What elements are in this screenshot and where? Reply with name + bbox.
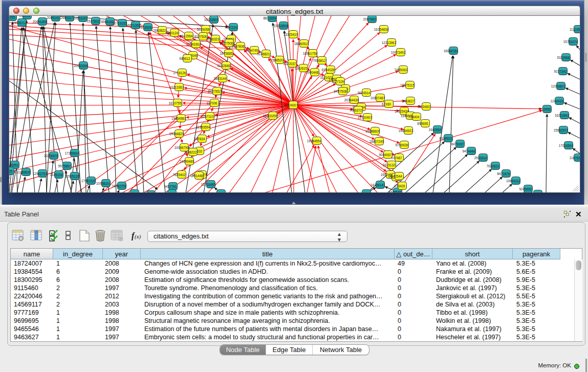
svg-text:15720407: 15720407 bbox=[358, 116, 373, 119]
svg-text:12823446: 12823446 bbox=[125, 192, 140, 193]
svg-text:1615132: 1615132 bbox=[383, 163, 396, 167]
svg-text:7485063: 7485063 bbox=[395, 68, 407, 72]
svg-text:17016504: 17016504 bbox=[559, 144, 574, 147]
svg-text:9463621: 9463621 bbox=[358, 192, 371, 193]
svg-text:1691448: 1691448 bbox=[190, 174, 203, 178]
svg-text:1640954: 1640954 bbox=[429, 128, 442, 132]
svg-text:7857224: 7857224 bbox=[225, 26, 237, 29]
svg-text:14136141: 14136141 bbox=[371, 183, 385, 187]
svg-text:7986372: 7986372 bbox=[350, 108, 362, 112]
svg-text:19654983: 19654983 bbox=[171, 117, 186, 120]
svg-text:9474444: 9474444 bbox=[463, 149, 475, 153]
svg-text:16154838: 16154838 bbox=[374, 28, 389, 31]
svg-text:10654112: 10654112 bbox=[506, 179, 520, 183]
svg-text:8267110: 8267110 bbox=[201, 115, 214, 118]
svg-text:17359924: 17359924 bbox=[65, 151, 80, 155]
svg-text:1112453: 1112453 bbox=[570, 28, 580, 31]
svg-text:2087682: 2087682 bbox=[363, 17, 376, 21]
svg-text:15692971: 15692971 bbox=[554, 128, 569, 132]
svg-text:18640910: 18640910 bbox=[294, 42, 309, 46]
svg-text:6479197: 6479197 bbox=[451, 142, 464, 146]
svg-text:1875685: 1875685 bbox=[220, 52, 233, 55]
svg-text:1588520: 1588520 bbox=[271, 58, 284, 62]
svg-text:9465546: 9465546 bbox=[389, 190, 402, 193]
svg-text:20206576: 20206576 bbox=[44, 154, 59, 158]
svg-text:8427552: 8427552 bbox=[208, 90, 221, 93]
svg-text:14055712: 14055712 bbox=[12, 21, 27, 25]
svg-text:7515526: 7515526 bbox=[139, 26, 152, 29]
svg-text:15716485: 15716485 bbox=[201, 183, 216, 186]
svg-text:20691406: 20691406 bbox=[33, 20, 48, 24]
svg-text:19166829: 19166829 bbox=[169, 132, 184, 136]
svg-text:13325419: 13325419 bbox=[284, 33, 298, 36]
svg-text:9380212: 9380212 bbox=[529, 192, 542, 193]
svg-text:10958107: 10958107 bbox=[96, 182, 111, 185]
svg-text:1990448: 1990448 bbox=[306, 71, 319, 74]
svg-text:20053346: 20053346 bbox=[74, 64, 89, 68]
svg-text:12975115: 12975115 bbox=[400, 83, 415, 87]
svg-text:9756928: 9756928 bbox=[396, 143, 408, 147]
svg-text:1167531: 1167531 bbox=[570, 156, 580, 160]
svg-text:20364436: 20364436 bbox=[344, 98, 359, 102]
svg-text:9699695: 9699695 bbox=[212, 192, 225, 193]
svg-text:62160: 62160 bbox=[382, 102, 391, 106]
svg-text:191295: 191295 bbox=[19, 16, 30, 17]
svg-text:1527602: 1527602 bbox=[87, 19, 100, 23]
svg-text:9115460: 9115460 bbox=[418, 105, 430, 108]
svg-text:391525: 391525 bbox=[9, 169, 13, 173]
svg-text:16671355: 16671355 bbox=[126, 24, 141, 27]
svg-text:6734028: 6734028 bbox=[322, 68, 335, 72]
svg-text:9457791: 9457791 bbox=[164, 185, 177, 188]
svg-text:133426: 133426 bbox=[394, 184, 405, 188]
svg-text:9227342: 9227342 bbox=[554, 70, 567, 73]
svg-text:10688609: 10688609 bbox=[365, 129, 380, 133]
svg-text:1244415: 1244415 bbox=[551, 99, 563, 103]
svg-text:2069141: 2069141 bbox=[47, 16, 60, 19]
svg-text:19384554: 19384554 bbox=[307, 139, 322, 143]
svg-text:972544: 972544 bbox=[391, 174, 402, 178]
svg-text:9146821: 9146821 bbox=[257, 52, 270, 56]
svg-text:18300295: 18300295 bbox=[263, 114, 278, 118]
svg-text:16648784: 16648784 bbox=[444, 49, 459, 53]
svg-text:18724007: 18724007 bbox=[284, 103, 298, 107]
svg-text:16782759: 16782759 bbox=[112, 184, 127, 188]
svg-text:12213967: 12213967 bbox=[382, 41, 397, 45]
svg-text:16961758: 16961758 bbox=[303, 52, 318, 55]
svg-text:107467: 107467 bbox=[391, 156, 402, 160]
svg-text:989612: 989612 bbox=[179, 57, 190, 60]
svg-text:8186323: 8186323 bbox=[207, 37, 220, 41]
svg-text:(x): (x) bbox=[135, 233, 141, 240]
svg-text:9245652: 9245652 bbox=[519, 187, 532, 191]
svg-text:19654923: 19654923 bbox=[399, 129, 413, 133]
svg-text:7632621: 7632621 bbox=[487, 164, 499, 168]
svg-text:9975867: 9975867 bbox=[58, 164, 71, 168]
svg-text:5226058: 5226058 bbox=[197, 28, 210, 31]
svg-text:1145194: 1145194 bbox=[50, 173, 63, 177]
svg-text:1362615: 1362615 bbox=[295, 67, 308, 70]
svg-text:17957225: 17957225 bbox=[81, 179, 96, 183]
svg-text:3215955: 3215955 bbox=[538, 107, 551, 111]
svg-text:567834: 567834 bbox=[194, 137, 205, 141]
svg-text:10973493: 10973493 bbox=[391, 51, 406, 54]
svg-text:9329966: 9329966 bbox=[557, 56, 570, 59]
svg-text:9327506: 9327506 bbox=[194, 35, 207, 38]
svg-text:1435061: 1435061 bbox=[9, 163, 19, 167]
svg-text:2803144: 2803144 bbox=[214, 77, 227, 80]
svg-text:11156829: 11156829 bbox=[16, 170, 31, 174]
svg-text:1610755: 1610755 bbox=[169, 101, 182, 105]
svg-text:2718126: 2718126 bbox=[173, 71, 186, 75]
svg-text:7955812: 7955812 bbox=[313, 59, 326, 62]
svg-text:16033809: 16033809 bbox=[204, 18, 219, 21]
svg-text:2665327: 2665327 bbox=[61, 16, 74, 19]
svg-text:899695: 899695 bbox=[417, 122, 428, 125]
svg-text:231955: 231955 bbox=[9, 16, 15, 19]
svg-text:9463627: 9463627 bbox=[402, 99, 415, 103]
svg-text:10653287: 10653287 bbox=[73, 16, 88, 20]
svg-text:9415546: 9415546 bbox=[163, 192, 176, 193]
svg-text:10046798: 10046798 bbox=[175, 146, 189, 149]
svg-text:3624514: 3624514 bbox=[358, 91, 371, 95]
svg-text:7663822: 7663822 bbox=[154, 29, 166, 32]
svg-text:8938923: 8938923 bbox=[440, 137, 452, 140]
svg-text:8960124: 8960124 bbox=[166, 31, 179, 35]
svg-text:2867608: 2867608 bbox=[232, 45, 245, 48]
